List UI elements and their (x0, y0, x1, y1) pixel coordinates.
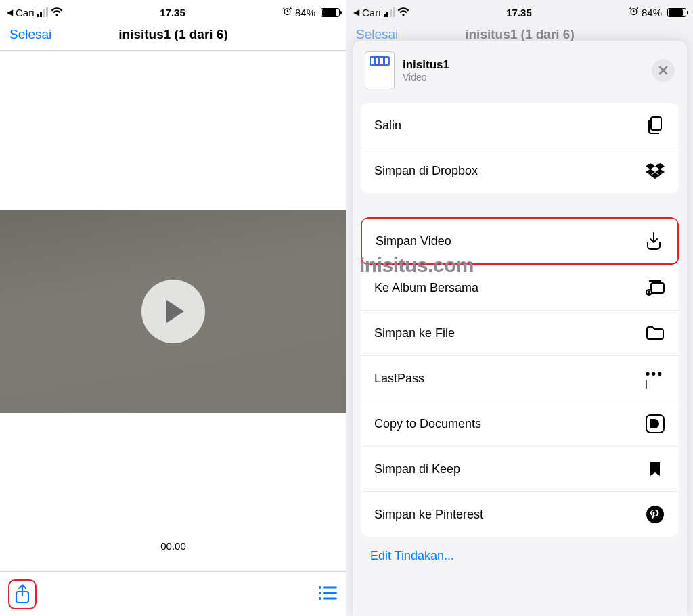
video-time-code: 00.00 (0, 540, 346, 552)
status-bar: ◀ Cari 17.35 84% (0, 0, 346, 20)
svg-point-4 (319, 592, 321, 594)
status-bar: ◀ Cari 17.35 84% (346, 0, 693, 20)
play-icon (166, 300, 184, 323)
dropbox-icon (645, 160, 665, 181)
battery-percent: 84% (642, 7, 662, 18)
done-button-dimmed: Selesai (356, 27, 430, 42)
documents-app-icon (645, 414, 665, 434)
video-thumbnail[interactable] (0, 210, 346, 413)
cell-signal-icon (37, 7, 49, 17)
highlight-share (8, 579, 37, 609)
status-time: 17.35 (160, 7, 185, 18)
action-label: Ke Album Bersama (374, 281, 478, 295)
svg-point-12 (648, 290, 650, 292)
alarm-icon (282, 6, 292, 18)
svg-point-14 (646, 506, 664, 523)
status-back-label[interactable]: Cari (362, 7, 381, 18)
action-dropbox[interactable]: Simpan di Dropbox (361, 148, 679, 193)
action-group-1: Salin Simpan di Dropbox (361, 103, 679, 193)
back-chevron-icon[interactable]: ◀ (7, 7, 13, 17)
nav-bar: Selesai inisitus1 (1 dari 6) (0, 20, 346, 50)
edit-actions-link[interactable]: Edit Tindakan... (353, 537, 687, 567)
action-salin[interactable]: Salin (361, 103, 679, 148)
action-label: Simpan ke File (374, 326, 455, 340)
battery-icon (321, 8, 340, 17)
shared-album-icon (645, 278, 665, 298)
page-title: inisitus1 (1 dari 6) (84, 27, 337, 42)
status-back-label[interactable]: Cari (16, 7, 35, 18)
sheet-file-name: inisitus1 (403, 58, 644, 72)
file-thumbnail-icon (365, 51, 395, 89)
page-title-dimmed: inisitus1 (1 dari 6) (430, 27, 684, 42)
back-chevron-icon[interactable]: ◀ (353, 7, 359, 17)
bottom-toolbar (0, 571, 346, 616)
action-copy-documents[interactable]: Copy to Documents (361, 401, 679, 446)
pinterest-icon (645, 504, 665, 525)
copy-icon (645, 115, 665, 135)
play-button[interactable] (141, 280, 205, 343)
action-label: Copy to Documents (374, 417, 481, 431)
svg-point-6 (319, 597, 321, 600)
cell-signal-icon (384, 7, 395, 17)
action-pinterest[interactable]: Simpan ke Pinterest (361, 491, 679, 537)
svg-rect-3 (323, 586, 337, 588)
svg-rect-9 (651, 117, 661, 130)
close-button[interactable] (652, 59, 675, 82)
bookmark-icon (645, 459, 665, 479)
folder-icon (645, 323, 665, 343)
svg-rect-10 (651, 283, 664, 293)
svg-rect-5 (323, 592, 337, 594)
download-icon (644, 231, 664, 251)
screen-left-preview: ◀ Cari 17.35 84% Selesai inisitus1 (1 da… (0, 0, 346, 616)
list-button[interactable] (318, 586, 338, 603)
screen-right-share-sheet: ◀ Cari 17.35 84% Selesai inisitus1 (1 da… (346, 0, 693, 616)
watermark: inisitus.com (359, 254, 474, 277)
action-label: LastPass (374, 372, 424, 386)
sheet-file-type: Video (403, 72, 644, 83)
share-sheet: inisitus1 Video Salin Simpan di Dropbox (353, 41, 687, 616)
status-time: 17.35 (506, 7, 532, 18)
done-button[interactable]: Selesai (9, 27, 84, 42)
wifi-icon (51, 7, 63, 18)
action-keep[interactable]: Simpan di Keep (361, 446, 679, 491)
lastpass-icon: ●●● | (645, 368, 665, 389)
action-label: Simpan di Dropbox (374, 164, 478, 178)
wifi-icon (397, 7, 409, 18)
action-label: Salin (374, 118, 401, 133)
action-label: Simpan Video (376, 234, 451, 248)
battery-icon (667, 8, 686, 17)
action-label: Simpan di Keep (374, 462, 460, 477)
svg-rect-7 (323, 597, 337, 599)
action-simpan-file[interactable]: Simpan ke File (361, 310, 679, 355)
share-button[interactable] (14, 584, 31, 605)
svg-point-2 (319, 586, 321, 589)
action-lastpass[interactable]: LastPass ●●● | (361, 355, 679, 401)
alarm-icon (629, 6, 639, 18)
sheet-header: inisitus1 Video (353, 41, 687, 99)
battery-percent: 84% (295, 7, 315, 18)
divider (0, 50, 346, 51)
action-label: Simpan ke Pinterest (374, 508, 483, 522)
